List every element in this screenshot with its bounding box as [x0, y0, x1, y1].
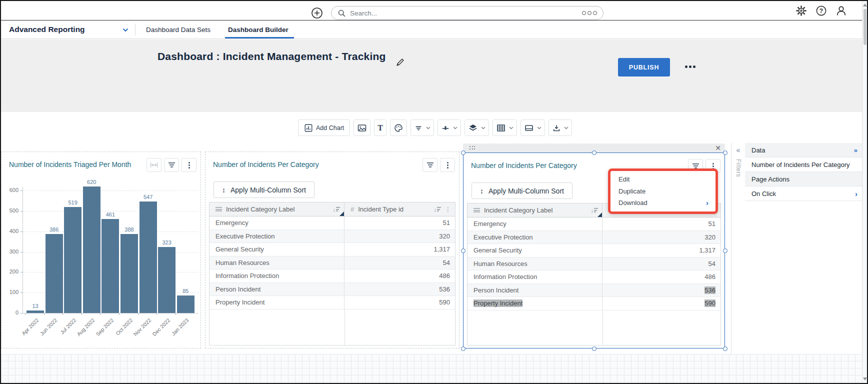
filter-lines-icon: [414, 124, 423, 132]
y-axis-line: [22, 187, 23, 313]
table-row[interactable]: Human Resources54: [468, 258, 720, 271]
align-slider-button[interactable]: [438, 120, 461, 136]
scrollbar-thumb[interactable]: [864, 9, 866, 45]
table-row[interactable]: Emergency51: [210, 216, 455, 230]
search-icon: [338, 9, 346, 18]
add-text-button[interactable]: T: [374, 120, 386, 136]
settings-gear-icon[interactable]: [796, 5, 807, 16]
column-menu-icon[interactable]: ⋮: [445, 206, 451, 213]
user-account-icon[interactable]: [836, 5, 847, 16]
scroll-up-arrow[interactable]: [863, 4, 867, 6]
apply-multi-column-sort-button[interactable]: ↕ Apply Multi-Column Sort: [472, 182, 572, 199]
filter-tool-button[interactable]: [410, 120, 434, 136]
bar-Jul 2022[interactable]: [64, 207, 82, 313]
table-row[interactable]: General Security1,317: [468, 244, 720, 258]
bar-Dec 2022[interactable]: [158, 247, 176, 313]
selection-handle-bottom-mid[interactable]: [592, 346, 596, 351]
layers-button[interactable]: [464, 120, 489, 136]
more-options-icon[interactable]: [685, 66, 696, 68]
bar-Nov 2022[interactable]: [140, 202, 157, 313]
apply-multi-column-sort-button[interactable]: ↕ Apply Multi-Column Sort: [214, 182, 314, 198]
bar-value-label: 13: [22, 303, 48, 309]
nav-bar: Advanced Reporting Dashboard Data Sets D…: [1, 20, 862, 39]
edit-title-pencil-icon[interactable]: [396, 58, 405, 66]
widget-menu-button[interactable]: [182, 158, 196, 172]
kebab-menu-icon: [447, 162, 448, 164]
selection-handle-top-right[interactable]: [723, 150, 728, 155]
widget-incidents-triaged-per-month[interactable]: Number of Incidents Triaged Per Month 01…: [1, 152, 201, 348]
bar-Jun 2022[interactable]: [46, 234, 63, 313]
table-row[interactable]: Executive Protection320: [468, 231, 720, 244]
table-row[interactable]: Information Protection486: [210, 270, 455, 283]
table-row[interactable]: Emergency51: [468, 218, 720, 231]
table-row[interactable]: Person Incident536: [468, 284, 720, 298]
bar-Aug 2022[interactable]: [83, 186, 100, 313]
widget-context-menu: Edit Duplicate Download ›: [610, 171, 716, 212]
widget-filter-button[interactable]: [164, 158, 179, 172]
selection-handle-bottom-left[interactable]: [461, 346, 466, 351]
publish-button[interactable]: PUBLISH: [618, 58, 670, 76]
add-chart-button[interactable]: Add Chart: [298, 120, 350, 136]
bar-chart-icon: [304, 124, 313, 132]
theme-palette-button[interactable]: [390, 120, 407, 136]
width-resize-button[interactable]: [146, 158, 162, 172]
table-row[interactable]: Property Incident590: [210, 296, 455, 310]
close-widget-icon[interactable]: ✕: [715, 144, 721, 152]
table-row[interactable]: Person Incident536: [210, 283, 455, 296]
selection-handle-bottom-right[interactable]: [723, 346, 728, 351]
menu-item-download[interactable]: Download ›: [610, 197, 716, 209]
vertical-scrollbar[interactable]: [862, 1, 867, 383]
download-button[interactable]: [548, 120, 572, 136]
selection-handle-top-mid[interactable]: [592, 150, 596, 155]
add-image-button[interactable]: [354, 120, 370, 136]
add-new-button[interactable]: [311, 7, 323, 19]
sort-icon[interactable]: ↓: [434, 206, 442, 212]
app-menu-advanced-reporting[interactable]: Advanced Reporting: [9, 20, 85, 38]
y-axis-tick-label: 300: [2, 248, 18, 254]
sort-icon[interactable]: ↓: [591, 208, 598, 214]
collapse-left-icon[interactable]: «: [736, 146, 740, 154]
bar-Oct 2022[interactable]: [120, 234, 138, 313]
tab-dashboard-builder[interactable]: Dashboard Builder: [228, 20, 288, 38]
sidebar-item-page-actions[interactable]: Page Actions: [745, 172, 864, 186]
search-input[interactable]: [350, 10, 578, 17]
kebab-menu-icon: [712, 163, 714, 164]
column-header-incident-category-label[interactable]: Incident Category Label↓: [210, 202, 344, 216]
chevron-down-icon[interactable]: [122, 28, 128, 32]
menu-item-duplicate[interactable]: Duplicate: [610, 186, 716, 198]
table-grid-button[interactable]: [492, 120, 517, 136]
selection-handle-mid-right[interactable]: [723, 248, 728, 253]
table-row[interactable]: Human Resources54: [210, 256, 455, 270]
bar-Sep 2022[interactable]: [102, 219, 119, 313]
table-row[interactable]: Information Protection486: [468, 270, 720, 284]
table-row[interactable]: General Security1,317: [210, 243, 455, 256]
expand-right-icon[interactable]: »: [854, 146, 858, 154]
search-bar[interactable]: [331, 6, 604, 20]
widget-menu-button[interactable]: [440, 158, 455, 172]
help-icon[interactable]: ?: [816, 5, 827, 16]
menu-item-edit[interactable]: Edit: [610, 174, 716, 186]
search-options-icon[interactable]: [582, 11, 597, 15]
table-row[interactable]: Property Incident590: [468, 297, 720, 310]
layout-panel-button[interactable]: [520, 120, 545, 136]
table-row[interactable]: Executive Protection320: [210, 230, 455, 244]
sidebar-item-number-of-incidents-per-category[interactable]: Number of Incidents Per Category: [745, 158, 864, 172]
column-header-incident-category-label[interactable]: Incident Category Label↓: [468, 204, 602, 217]
widget-incidents-per-category[interactable]: Number of Incidents Per Category ↕ Apply…: [205, 152, 460, 348]
drag-handle-icon[interactable]: [470, 146, 476, 150]
bar-Jan 2023[interactable]: [177, 296, 194, 313]
scroll-down-arrow[interactable]: [863, 378, 867, 380]
sidebar-item-on-click[interactable]: On Click ›: [745, 186, 864, 201]
selection-handle-top-left[interactable]: [461, 150, 466, 155]
sidebar-header-data[interactable]: Data »: [745, 143, 864, 158]
column-header-incident-type-id[interactable]: #Incident Type id↓⋮: [344, 202, 455, 216]
bar-value-label: 620: [78, 179, 105, 185]
selection-handle-mid-left[interactable]: [461, 248, 466, 253]
tab-dashboard-data-sets[interactable]: Dashboard Data Sets: [146, 20, 210, 38]
sort-icon[interactable]: ↓: [333, 206, 340, 212]
filters-label[interactable]: Filters: [735, 159, 742, 177]
menu-item-label: Download: [618, 199, 648, 206]
chevron-down-icon: [564, 126, 568, 130]
table-header-row: Incident Category Label↓#Incident Type i…: [210, 202, 455, 216]
widget-filter-button[interactable]: [422, 158, 438, 172]
